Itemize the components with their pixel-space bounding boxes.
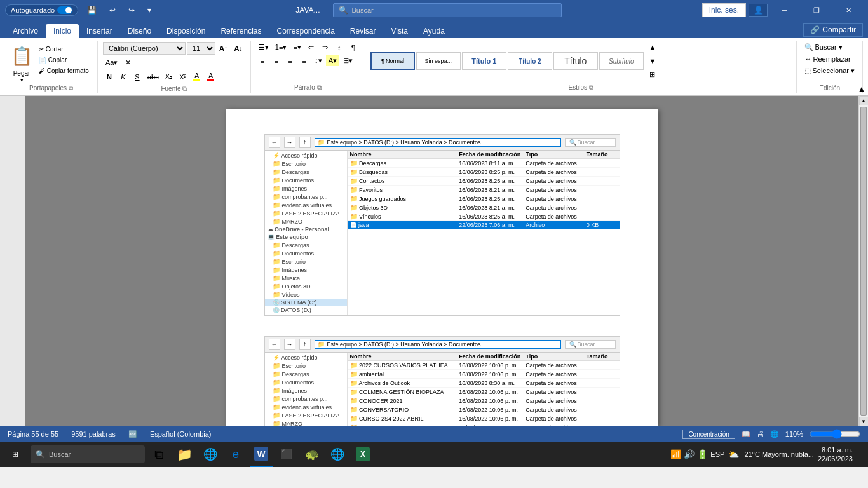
fe-sb-escritorio-b[interactable]: 📁 Escritorio (265, 362, 347, 370)
fe-sb-acceso-b[interactable]: ⚡ Acceso rápido (265, 354, 347, 362)
font-color-btn[interactable]: A (205, 71, 217, 83)
fe-sidebar-acceso[interactable]: ⚡ Acceso rápido (265, 152, 347, 159)
taskbar-app7[interactable]: 🐢 (301, 442, 323, 467)
copy-button[interactable]: 📄 Copiar (36, 55, 92, 65)
fe-sidebar-documentos[interactable]: 📁 Documentos (265, 176, 347, 184)
show-marks-btn[interactable]: ¶ (347, 43, 360, 53)
multilevel-btn[interactable]: ≡▾ (290, 42, 303, 53)
scroll-thumb[interactable] (860, 107, 867, 416)
style-no-space[interactable]: Sin espa... (416, 52, 461, 70)
align-center-btn[interactable]: ≡ (270, 56, 283, 66)
fe-forward-btn-b[interactable]: → (284, 339, 295, 350)
fe-address-bar-top[interactable]: 📁 Este equipo > DATOS (D:) > Usuario Yol… (315, 138, 561, 147)
style-h1[interactable]: Título 1 (462, 52, 506, 70)
paragraph-expand-icon[interactable]: ⧉ (317, 84, 322, 91)
strikethrough-btn[interactable]: abc (145, 72, 161, 82)
wifi-icon[interactable]: 📶 (670, 449, 681, 459)
fe-up-btn[interactable]: ↑ (299, 137, 311, 148)
clipboard-expand-icon[interactable]: ⧉ (69, 85, 73, 92)
tab-archivo[interactable]: Archivo (5, 24, 46, 38)
font-grow-btn[interactable]: A↑ (217, 43, 230, 53)
fe-sb-comprobantes-b[interactable]: 📁 comprobantes p... (265, 395, 347, 403)
fe-row-contactos[interactable]: 📁 Contactos16/06/2023 8:25 a. m.Carpeta … (348, 177, 620, 186)
view-read-icon[interactable]: 📖 (742, 430, 750, 438)
taskbar-excel[interactable]: X (351, 442, 374, 467)
style-title[interactable]: Título (553, 52, 598, 70)
fe-sidebar-fase2[interactable]: 📁 FASE 2 ESPECIALIZA... (265, 209, 347, 217)
account-icon-btn[interactable]: 👤 (749, 4, 768, 17)
fe-sb-imagenes-b[interactable]: 📁 Imágenes (265, 386, 347, 395)
fe-row-juegos[interactable]: 📁 Juegos guardados16/06/2023 8:25 a. m.C… (348, 194, 620, 203)
align-right-btn[interactable]: ≡ (284, 56, 297, 66)
fe-row-busquedas[interactable]: 📁 Búsquedas16/06/2023 8:25 p. m.Carpeta … (348, 168, 620, 177)
highlight-btn[interactable]: A (191, 71, 203, 83)
fe-sidebar-equipo[interactable]: 💻 Este equipo (265, 233, 347, 241)
case-btn[interactable]: Aa▾ (103, 57, 120, 68)
fe-sidebar-comprobantes[interactable]: 📁 comprobantes p... (265, 193, 347, 201)
volume-icon[interactable]: 🔊 (684, 449, 695, 459)
fe-sidebar-datos-d[interactable]: 💿 DATOS (D:) (265, 306, 347, 314)
fe-sb-evidencias-b[interactable]: 📁 evidencias virtuales (265, 403, 347, 411)
fe-row-curso2s4[interactable]: 📁 CURSO 2S4 2022 ABRIL16/08/2022 10:06 p… (348, 414, 620, 423)
fe-back-btn[interactable]: ← (269, 137, 280, 148)
fe-row-favoritos[interactable]: 📁 Favoritos16/06/2023 8:21 a. m.Carpeta … (348, 186, 620, 194)
weather-widget[interactable]: ⛅ 21°C Mayorm. nubla... (728, 449, 814, 459)
battery-icon[interactable]: 🔋 (697, 449, 708, 459)
taskbar-search[interactable]: 🔍 Buscar (31, 445, 145, 463)
font-size-select[interactable]: 11 (187, 42, 215, 55)
scroll-up-btn[interactable]: ▲ (859, 96, 869, 105)
numbering-btn[interactable]: 1≡▾ (273, 42, 290, 53)
font-expand-icon[interactable]: ⧉ (182, 85, 187, 92)
tab-inicio[interactable]: Inicio (46, 24, 79, 38)
styles-scroll-down[interactable]: ▼ (646, 56, 659, 66)
minimize-btn[interactable]: ─ (770, 0, 799, 20)
share-button[interactable]: 🔗 Compartir (803, 23, 863, 37)
decrease-indent-btn[interactable]: ⇐ (305, 42, 318, 53)
replace-btn[interactable]: ↔ Reemplazar (802, 54, 857, 64)
tab-ayuda[interactable]: Ayuda (416, 24, 452, 38)
paste-button[interactable]: 📋 Pegar ▾ (10, 42, 33, 83)
spell-check-icon[interactable]: 🔤 (128, 430, 137, 438)
view-print-icon[interactable]: 🖨 (757, 430, 764, 438)
fe-forward-btn[interactable]: → (284, 137, 295, 148)
format-paint-button[interactable]: 🖌 Copiar formato (36, 66, 92, 76)
taskbar-taskview[interactable]: ⧉ (147, 442, 170, 467)
fe-sidebar-videos[interactable]: 📁 Vídeos (265, 290, 347, 299)
underline-btn[interactable]: S (131, 72, 144, 82)
styles-expand-btn[interactable]: ⊞ (646, 69, 659, 80)
fe-row-2022[interactable]: 📁 2022 CURSOS VARIOS PLATHEA16/08/2022 1… (348, 361, 620, 370)
fe-row-vinculos[interactable]: 📁 Vínculos16/06/2023 8:25 a. m.Carpeta d… (348, 212, 620, 221)
taskbar-chrome2[interactable]: 🌐 (326, 442, 349, 467)
start-button[interactable]: ⊞ (3, 442, 28, 467)
fe-sidebar-descargas[interactable]: 📁 Descargas (265, 168, 347, 176)
fe-sidebar-imagenes[interactable]: 📁 Imágenes (265, 184, 347, 193)
fe-sb-descargas-b[interactable]: 📁 Descargas (265, 370, 347, 378)
fe-sidebar-onedrive[interactable]: ☁ OneDrive - Personal (265, 226, 347, 233)
undo-btn[interactable]: ↩ (105, 4, 119, 16)
increase-indent-btn[interactable]: ⇒ (319, 42, 332, 53)
tab-correspondencia[interactable]: Correspondencia (269, 24, 342, 38)
close-btn[interactable]: ✕ (834, 0, 863, 20)
taskbar-edge[interactable]: e (224, 442, 247, 467)
fe-address-bar-bottom[interactable]: 📁 Este equipo > DATOS (D:) > Usuario Yol… (315, 340, 561, 349)
restore-btn[interactable]: ❐ (802, 0, 831, 20)
focus-btn[interactable]: Concentración (682, 430, 735, 439)
taskbar-explorer[interactable]: 📁 (173, 442, 196, 467)
fe-sidebar-musica[interactable]: 📁 Música (265, 274, 347, 282)
tab-insertar[interactable]: Insertar (79, 24, 120, 38)
fe-sidebar-evidencias[interactable]: 📁 evidencias virtuales (265, 201, 347, 209)
font-shrink-btn[interactable]: A↓ (231, 43, 245, 53)
font-family-select[interactable]: Calibri (Cuerpo) (103, 42, 186, 55)
fe-sb-documentos-b[interactable]: 📁 Documentos (265, 378, 347, 386)
shading-btn[interactable]: A▾ (326, 55, 339, 66)
save-quick-btn[interactable]: 💾 (83, 4, 100, 16)
style-h2[interactable]: Título 2 (508, 52, 552, 70)
fe-sidebar-escritorio[interactable]: 📁 Escritorio (265, 159, 347, 168)
scroll-down-btn[interactable]: ▼ (859, 417, 869, 426)
language[interactable]: Español (Colombia) (150, 430, 212, 438)
view-web-icon[interactable]: 🌐 (770, 430, 779, 438)
title-search-box[interactable]: 🔍 Buscar (333, 3, 562, 17)
document-scroll[interactable]: ← → ↑ 📁 Este equipo > DATOS (D:) > Usuar… (25, 96, 858, 426)
fe-sidebar-marzo[interactable]: 📁 MARZO (265, 217, 347, 226)
tab-diseno[interactable]: Diseño (120, 24, 159, 38)
